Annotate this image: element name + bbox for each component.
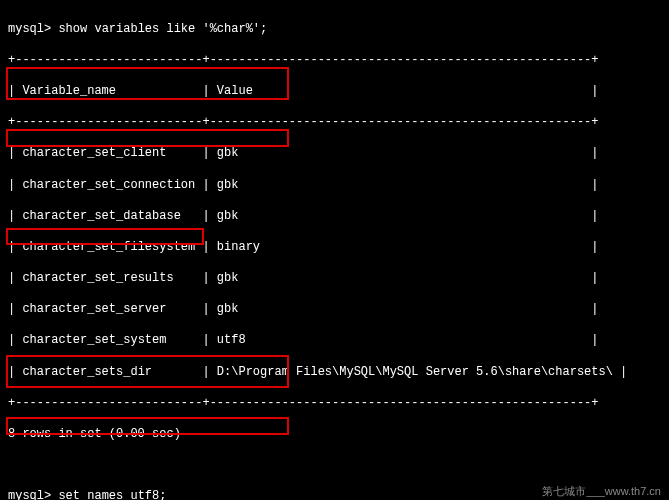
val: gbk xyxy=(217,146,239,160)
var: character_set_database xyxy=(22,209,180,223)
val: gbk xyxy=(217,178,239,192)
table-row: | character_sets_dir | D:\Program Files\… xyxy=(8,365,661,381)
var: character_set_connection xyxy=(22,178,195,192)
val: gbk xyxy=(217,271,239,285)
table-row: | character_set_connection | gbk | xyxy=(8,178,661,194)
sep: +--------------------------+------------… xyxy=(8,115,661,131)
table-row: | character_set_server | gbk | xyxy=(8,302,661,318)
val: gbk xyxy=(217,302,239,316)
var: character_set_server xyxy=(22,302,166,316)
table-header: | Variable_name | Value | xyxy=(8,84,661,100)
rows-msg: 8 rows in set (0.00 sec) xyxy=(8,427,661,443)
cmd2: set names utf8; xyxy=(58,489,166,500)
val: D:\Program Files\MySQL\MySQL Server 5.6\… xyxy=(217,365,613,379)
table-row: | character_set_filesystem | binary | xyxy=(8,240,661,256)
cmd-line-1: mysql> show variables like '%char%'; xyxy=(8,22,661,38)
sep: +--------------------------+------------… xyxy=(8,53,661,69)
var: character_set_system xyxy=(22,333,166,347)
var: character_set_client xyxy=(22,146,166,160)
var: character_sets_dir xyxy=(22,365,152,379)
val: utf8 xyxy=(217,333,246,347)
prompt: mysql> xyxy=(8,22,58,36)
sep: +--------------------------+------------… xyxy=(8,396,661,412)
table-row: | character_set_system | utf8 | xyxy=(8,333,661,349)
var: character_set_results xyxy=(22,271,173,285)
col2: Value xyxy=(217,84,253,98)
watermark: 第七城市___www.th7.cn xyxy=(542,484,661,498)
col1: Variable_name xyxy=(22,84,116,98)
val: gbk xyxy=(217,209,239,223)
blank xyxy=(8,458,661,474)
var: character_set_filesystem xyxy=(22,240,195,254)
prompt: mysql> xyxy=(8,489,58,500)
highlight-box xyxy=(6,129,289,147)
table-row: | character_set_results | gbk | xyxy=(8,271,661,287)
table-row: | character_set_database | gbk | xyxy=(8,209,661,225)
val: binary xyxy=(217,240,260,254)
terminal[interactable]: mysql> show variables like '%char%'; +--… xyxy=(0,0,669,500)
cmd1: show variables like '%char%'; xyxy=(58,22,267,36)
table-row: | character_set_client | gbk | xyxy=(8,146,661,162)
